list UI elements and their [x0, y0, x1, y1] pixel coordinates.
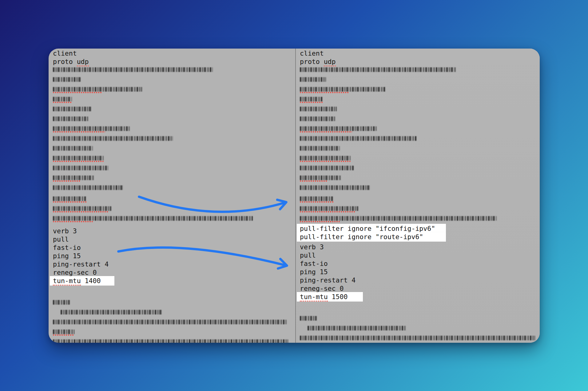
spellcheck-underline [300, 131, 352, 132]
redacted-text-block [61, 310, 162, 314]
config-line: fast-io [53, 243, 295, 252]
redacted-text-block [53, 156, 104, 160]
config-line: reneg-sec 0 [53, 268, 295, 277]
config-line: fast-io [300, 259, 540, 268]
redacted-text-block [300, 156, 351, 160]
redacted-text-block [53, 300, 70, 305]
blank-line [53, 194, 53, 195]
diff-highlight: pull-filter ignore "route-ipv6" [297, 232, 446, 242]
config-text: pull [53, 235, 69, 243]
redacted-text-block [53, 146, 93, 151]
redacted-text-block [300, 87, 386, 92]
text-segment: reneg-sec 0 [53, 269, 97, 276]
redacted-text-block [53, 107, 91, 111]
redacted-text-block [53, 216, 253, 221]
text-segment: " [431, 225, 435, 232]
text-segment: fast-io [53, 244, 81, 251]
redacted-text-block [300, 206, 358, 211]
spellcheck-underline [53, 180, 81, 182]
redacted-config-line [300, 117, 540, 125]
redacted-text-block [53, 77, 81, 82]
redacted-config-line [300, 185, 540, 194]
spellcheck-underline [300, 161, 351, 162]
redacted-text-block [300, 107, 337, 111]
text-segment: pull-filter ignore "route-ipv6" [300, 233, 423, 241]
config-text: ping-restart 4 [300, 276, 356, 284]
redacted-text-block [53, 176, 94, 180]
redacted-config-line [300, 67, 540, 76]
config-line: ping 15 [300, 268, 540, 276]
diff-highlight: tun-mtu 1500 [297, 292, 363, 302]
config-line: pull [300, 251, 540, 259]
misspelled-word: udp [77, 58, 89, 66]
config-text: ping 15 [53, 252, 81, 260]
spellcheck-underline [53, 161, 104, 162]
config-line: verb 3 [53, 227, 295, 235]
redacted-config-line [300, 316, 540, 324]
config-line: proto udp [300, 57, 540, 66]
redacted-config-line [300, 146, 540, 154]
spellcheck-underline [53, 201, 87, 203]
text-segment: ping 15 [300, 268, 328, 276]
redacted-text-block [53, 196, 87, 201]
config-text: verb 3 [53, 227, 77, 235]
config-text: client [300, 49, 324, 57]
redacted-text-block [53, 339, 288, 343]
redacted-config-line [53, 156, 295, 164]
redacted-text-block [300, 67, 457, 72]
config-comparison-card: clientproto udpverb 3pullfast-ioping 15p… [49, 49, 540, 343]
redacted-text-block [53, 320, 287, 324]
redacted-config-line [53, 206, 295, 215]
redacted-config-line [53, 97, 295, 105]
redacted-config-line [53, 146, 295, 154]
redacted-text-block [53, 330, 74, 334]
redacted-text-block [53, 166, 108, 170]
config-text: ping 15 [300, 268, 328, 276]
redacted-config-line [300, 166, 540, 174]
spellcheck-underline [53, 211, 108, 212]
redacted-text-block [300, 97, 323, 101]
highlighted-config-line: tun-mtu 1400 [53, 277, 295, 285]
redacted-text-block [53, 97, 72, 101]
redacted-config-line [53, 126, 295, 135]
blank-line [53, 224, 53, 227]
config-text: reneg-sec 0 [53, 269, 97, 276]
redacted-config-line [53, 136, 295, 144]
redacted-text-block [53, 206, 111, 211]
right-config-panel: clientproto udppull-filter ignore "ifcon… [295, 49, 540, 343]
spellcheck-underline [300, 221, 340, 222]
spellcheck-underline [300, 102, 323, 103]
diff-highlight: tun-mtu 1400 [50, 276, 114, 286]
config-text: reneg-sec 0 [300, 285, 344, 292]
redacted-config-line [53, 67, 295, 76]
redacted-text-block [300, 185, 371, 190]
redacted-config-line [53, 107, 295, 115]
redacted-config-line [300, 87, 540, 95]
redacted-config-line [53, 330, 295, 338]
config-text: proto udp [300, 58, 336, 66]
redacted-text-block [300, 77, 326, 82]
redacted-text-block [300, 196, 334, 201]
redacted-config-line [53, 87, 295, 95]
redacted-text-block [300, 176, 341, 180]
spellcheck-underline [300, 180, 328, 182]
blank-line [53, 285, 53, 298]
text-segment: proto [300, 58, 324, 65]
redacted-text-block [300, 126, 377, 131]
text-segment: ping 15 [53, 252, 81, 260]
text-segment: 1500 [328, 293, 348, 301]
redacted-config-line [53, 216, 295, 224]
redacted-text-block [53, 185, 124, 190]
text-segment: ping-restart 4 [300, 276, 356, 284]
spellcheck-underline [53, 334, 74, 336]
config-text: client [53, 49, 77, 57]
redacted-text-block [53, 67, 213, 72]
text-segment: ping-restart 4 [53, 260, 109, 268]
spellcheck-underline [300, 201, 334, 203]
redacted-config-line [53, 300, 295, 308]
redacted-config-line [300, 336, 540, 343]
spellcheck-underline [53, 92, 102, 93]
highlighted-config-line: pull-filter ignore "route-ipv6" [300, 233, 540, 241]
redacted-config-line [53, 185, 295, 194]
text-segment: fast-io [300, 260, 328, 267]
